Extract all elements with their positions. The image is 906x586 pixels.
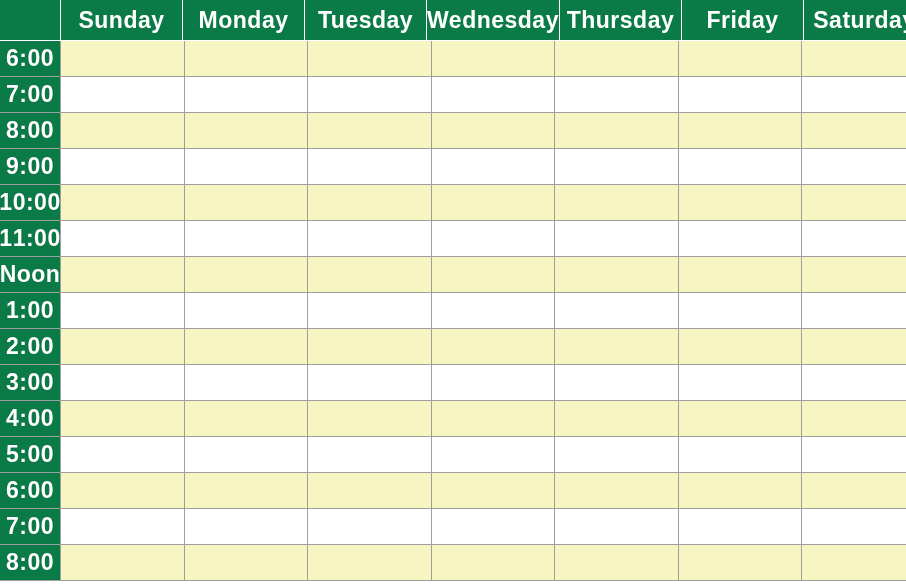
schedule-cell[interactable] [61,545,185,580]
schedule-cell[interactable] [61,41,185,76]
schedule-cell[interactable] [679,473,803,508]
schedule-cell[interactable] [555,221,679,256]
schedule-cell[interactable] [308,437,432,472]
schedule-cell[interactable] [61,257,185,292]
schedule-cell[interactable] [185,473,309,508]
schedule-cell[interactable] [432,401,556,436]
schedule-cell[interactable] [432,257,556,292]
schedule-cell[interactable] [185,77,309,112]
schedule-cell[interactable] [185,329,309,364]
schedule-cell[interactable] [61,509,185,544]
schedule-cell[interactable] [679,149,803,184]
schedule-cell[interactable] [802,437,906,472]
schedule-cell[interactable] [555,329,679,364]
schedule-cell[interactable] [555,437,679,472]
schedule-cell[interactable] [555,545,679,580]
schedule-cell[interactable] [61,185,185,220]
schedule-cell[interactable] [679,185,803,220]
schedule-cell[interactable] [679,509,803,544]
schedule-cell[interactable] [679,221,803,256]
schedule-cell[interactable] [61,401,185,436]
schedule-cell[interactable] [802,41,906,76]
schedule-cell[interactable] [185,113,309,148]
schedule-cell[interactable] [308,257,432,292]
schedule-cell[interactable] [308,113,432,148]
schedule-cell[interactable] [308,41,432,76]
schedule-cell[interactable] [802,149,906,184]
schedule-cell[interactable] [432,221,556,256]
schedule-cell[interactable] [185,41,309,76]
schedule-cell[interactable] [61,221,185,256]
schedule-cell[interactable] [679,77,803,112]
schedule-cell[interactable] [61,365,185,400]
schedule-cell[interactable] [61,113,185,148]
schedule-cell[interactable] [802,293,906,328]
schedule-cell[interactable] [61,437,185,472]
schedule-cell[interactable] [555,365,679,400]
schedule-cell[interactable] [679,329,803,364]
schedule-cell[interactable] [432,473,556,508]
schedule-cell[interactable] [802,77,906,112]
schedule-cell[interactable] [308,293,432,328]
schedule-cell[interactable] [308,77,432,112]
schedule-cell[interactable] [185,545,309,580]
schedule-cell[interactable] [802,545,906,580]
schedule-cell[interactable] [555,293,679,328]
schedule-cell[interactable] [308,401,432,436]
schedule-cell[interactable] [802,365,906,400]
schedule-cell[interactable] [61,329,185,364]
schedule-cell[interactable] [679,437,803,472]
schedule-cell[interactable] [555,77,679,112]
schedule-cell[interactable] [308,545,432,580]
schedule-cell[interactable] [555,149,679,184]
schedule-cell[interactable] [308,185,432,220]
schedule-cell[interactable] [308,473,432,508]
schedule-cell[interactable] [432,437,556,472]
schedule-cell[interactable] [555,113,679,148]
schedule-cell[interactable] [432,185,556,220]
schedule-cell[interactable] [185,293,309,328]
schedule-cell[interactable] [679,401,803,436]
schedule-cell[interactable] [555,401,679,436]
schedule-cell[interactable] [185,365,309,400]
schedule-cell[interactable] [308,365,432,400]
schedule-cell[interactable] [802,473,906,508]
schedule-cell[interactable] [308,149,432,184]
schedule-cell[interactable] [185,185,309,220]
schedule-cell[interactable] [679,293,803,328]
schedule-cell[interactable] [555,185,679,220]
schedule-cell[interactable] [308,221,432,256]
schedule-cell[interactable] [432,293,556,328]
schedule-cell[interactable] [185,149,309,184]
schedule-cell[interactable] [432,545,556,580]
schedule-cell[interactable] [802,509,906,544]
schedule-cell[interactable] [555,509,679,544]
schedule-cell[interactable] [185,509,309,544]
schedule-cell[interactable] [432,41,556,76]
schedule-cell[interactable] [432,329,556,364]
schedule-cell[interactable] [555,473,679,508]
schedule-cell[interactable] [61,77,185,112]
schedule-cell[interactable] [432,365,556,400]
schedule-cell[interactable] [185,437,309,472]
schedule-cell[interactable] [185,221,309,256]
schedule-cell[interactable] [555,41,679,76]
schedule-cell[interactable] [308,509,432,544]
schedule-cell[interactable] [61,473,185,508]
schedule-cell[interactable] [555,257,679,292]
schedule-cell[interactable] [185,401,309,436]
schedule-cell[interactable] [679,41,803,76]
schedule-cell[interactable] [802,401,906,436]
schedule-cell[interactable] [802,221,906,256]
schedule-cell[interactable] [432,149,556,184]
schedule-cell[interactable] [802,185,906,220]
schedule-cell[interactable] [61,149,185,184]
schedule-cell[interactable] [432,77,556,112]
schedule-cell[interactable] [679,113,803,148]
schedule-cell[interactable] [432,509,556,544]
schedule-cell[interactable] [308,329,432,364]
schedule-cell[interactable] [185,257,309,292]
schedule-cell[interactable] [679,365,803,400]
schedule-cell[interactable] [802,113,906,148]
schedule-cell[interactable] [802,329,906,364]
